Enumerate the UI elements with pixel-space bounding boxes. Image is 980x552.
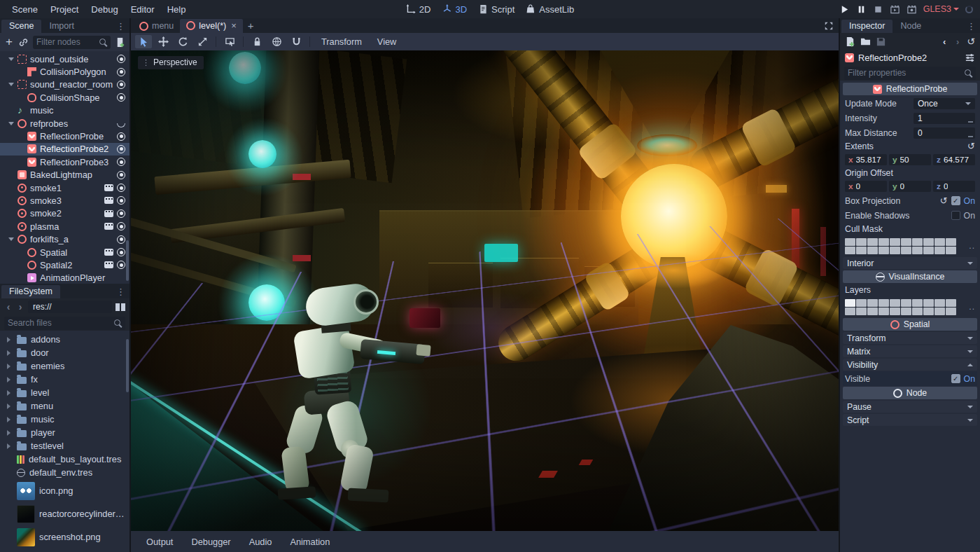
file-default-bus-layout-tres[interactable]: default_bus_layout.tres bbox=[0, 453, 130, 466]
vector-x-field[interactable]: x35.817 bbox=[845, 154, 887, 165]
bit-cell[interactable] bbox=[890, 247, 900, 254]
visibility-eye-icon[interactable] bbox=[117, 93, 125, 102]
fold-section-matrix[interactable]: Matrix bbox=[843, 345, 977, 357]
viewport-3d[interactable]: ⋮ Perspective bbox=[131, 50, 839, 531]
tree-node-sound-outside[interactable]: sound_outside bbox=[0, 53, 130, 65]
visibility-eye-icon[interactable] bbox=[117, 261, 125, 269]
open-scene-icon[interactable] bbox=[104, 184, 113, 191]
folder-testlevel[interactable]: testlevel bbox=[0, 439, 130, 453]
bottom-tab-animation[interactable]: Animation bbox=[281, 534, 338, 550]
visibility-eye-icon[interactable] bbox=[117, 248, 125, 256]
tree-node-sound-reactor-room[interactable]: sound_reactor_room bbox=[0, 78, 130, 91]
bit-cell[interactable] bbox=[878, 247, 889, 254]
bit-cell[interactable] bbox=[867, 308, 878, 315]
fold-section-interior[interactable]: Interior bbox=[843, 257, 977, 269]
scale-tool[interactable] bbox=[194, 35, 211, 48]
revert-icon[interactable]: ↺ bbox=[940, 197, 948, 205]
expand-arrow-icon[interactable] bbox=[7, 443, 13, 449]
bit-cell[interactable] bbox=[856, 308, 867, 315]
folder-player[interactable]: player bbox=[0, 426, 130, 439]
bit-cell[interactable] bbox=[867, 299, 878, 307]
folder-addons[interactable]: addons bbox=[0, 333, 130, 346]
checkbox-checked[interactable]: ✓ bbox=[951, 374, 960, 383]
visibility-eye-icon[interactable] bbox=[117, 158, 125, 166]
tab-inspector[interactable]: Inspector bbox=[841, 20, 892, 33]
collapse-arrow-icon[interactable] bbox=[8, 83, 14, 86]
visibility-eye-icon[interactable] bbox=[117, 184, 125, 192]
history-back-button[interactable]: ‹ bbox=[940, 36, 948, 47]
local-space-toggle[interactable] bbox=[268, 35, 285, 48]
bit-cell[interactable] bbox=[845, 299, 855, 307]
visibility-eye-icon[interactable] bbox=[117, 209, 125, 218]
scrollbar-thumb[interactable] bbox=[126, 339, 129, 392]
more-bits-button[interactable]: .. bbox=[969, 241, 975, 251]
load-resource-button[interactable] bbox=[860, 36, 871, 47]
vector-z-field[interactable]: z64.577 bbox=[933, 154, 975, 165]
tree-node-smoke3[interactable]: smoke3 bbox=[0, 194, 130, 207]
vector-z-field[interactable]: z0 bbox=[933, 181, 975, 192]
expand-arrow-icon[interactable] bbox=[7, 417, 13, 422]
bit-cell[interactable] bbox=[934, 308, 945, 315]
tree-node-reflectionprobe2[interactable]: ReflectionProbe2 bbox=[0, 143, 130, 156]
collapse-arrow-icon[interactable] bbox=[8, 57, 14, 61]
fold-section-transform[interactable]: Transform bbox=[843, 332, 977, 344]
tree-node-bakedlightmap[interactable]: BakedLightmap bbox=[0, 169, 130, 181]
bit-cell[interactable] bbox=[856, 299, 867, 307]
bit-cell[interactable] bbox=[901, 247, 911, 254]
bit-cell[interactable] bbox=[912, 247, 923, 254]
bit-cell[interactable] bbox=[934, 299, 945, 307]
folder-level[interactable]: level bbox=[0, 386, 130, 399]
dock-menu-icon[interactable]: ⋮ bbox=[964, 21, 979, 33]
tab-import[interactable]: Import bbox=[41, 20, 81, 33]
visibility-eye-icon[interactable] bbox=[117, 145, 125, 153]
open-scene-icon[interactable] bbox=[104, 249, 113, 256]
tab-filesystem[interactable]: FileSystem bbox=[1, 285, 60, 298]
tab-node[interactable]: Node bbox=[892, 20, 929, 33]
property-value-field[interactable]: 0 bbox=[913, 127, 975, 139]
workspace-assetlib[interactable]: AssetLib bbox=[526, 4, 574, 15]
file-default-env-tres[interactable]: default_env.tres bbox=[0, 466, 130, 479]
bit-cell[interactable] bbox=[946, 308, 956, 315]
history-icon[interactable]: ↺ bbox=[967, 36, 975, 46]
visibility-eye-icon[interactable] bbox=[117, 235, 125, 244]
bit-cell[interactable] bbox=[856, 247, 867, 254]
bit-cell[interactable] bbox=[867, 238, 878, 246]
bottom-tab-debugger[interactable]: Debugger bbox=[183, 534, 239, 550]
file-icon-png[interactable]: icon.png bbox=[0, 479, 130, 502]
workspace-2d[interactable]: 2D bbox=[406, 4, 431, 15]
visibility-eye-icon[interactable] bbox=[117, 196, 125, 205]
bit-cell[interactable] bbox=[890, 308, 900, 315]
object-tools-icon[interactable] bbox=[965, 53, 975, 63]
pause-button[interactable] bbox=[856, 4, 867, 15]
bit-cells[interactable] bbox=[845, 238, 956, 254]
visibility-eye-icon[interactable] bbox=[117, 81, 125, 89]
checkbox-checked[interactable]: ✓ bbox=[951, 196, 960, 205]
tab-scene[interactable]: Scene bbox=[1, 20, 41, 33]
bottom-tab-audio[interactable]: Audio bbox=[241, 534, 281, 550]
history-forward-button[interactable]: › bbox=[953, 36, 962, 47]
revert-icon[interactable]: ↺ bbox=[967, 142, 975, 151]
bit-cell[interactable] bbox=[901, 238, 911, 246]
menu-project[interactable]: Project bbox=[44, 3, 85, 16]
bit-cell[interactable] bbox=[934, 238, 945, 246]
bit-cell[interactable] bbox=[946, 299, 956, 307]
folder-fx[interactable]: fx bbox=[0, 373, 130, 386]
vector-y-field[interactable]: y0 bbox=[889, 181, 931, 192]
search-files-field[interactable] bbox=[8, 318, 114, 328]
nav-forward-button[interactable]: › bbox=[16, 301, 24, 312]
scrollbar-thumb[interactable] bbox=[126, 240, 129, 281]
bit-cells[interactable] bbox=[845, 299, 956, 315]
fold-section-pause[interactable]: Pause bbox=[843, 401, 977, 413]
bit-cell[interactable] bbox=[890, 299, 900, 307]
expand-arrow-icon[interactable] bbox=[7, 377, 13, 382]
property-value-field[interactable]: 1 bbox=[913, 113, 975, 124]
play-custom-scene-button[interactable] bbox=[906, 4, 917, 15]
move-tool[interactable] bbox=[155, 35, 172, 48]
expand-arrow-icon[interactable] bbox=[7, 403, 13, 409]
add-node-button[interactable]: + bbox=[4, 37, 14, 47]
open-scene-icon[interactable] bbox=[104, 261, 113, 268]
checkbox[interactable] bbox=[951, 211, 960, 220]
snap-toggle[interactable] bbox=[288, 35, 304, 48]
bottom-tab-output[interactable]: Output bbox=[138, 534, 181, 550]
vector-y-field[interactable]: y50 bbox=[889, 154, 931, 165]
